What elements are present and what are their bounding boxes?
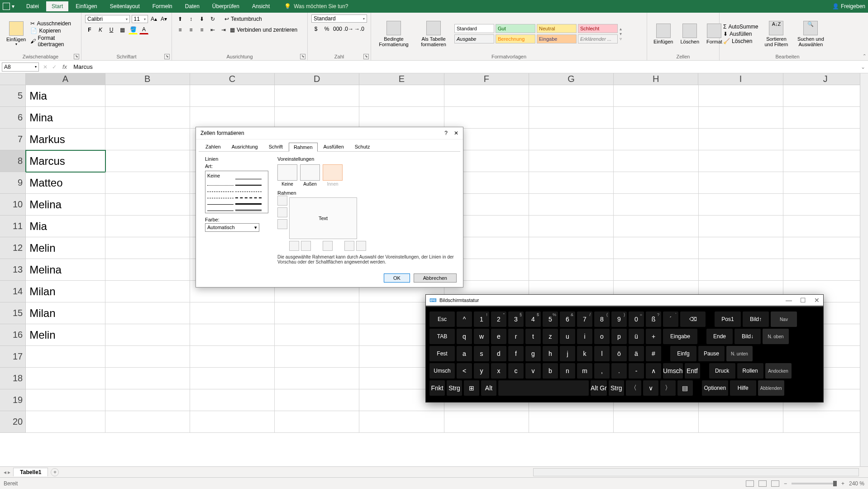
row-header-15[interactable]: 15 [0, 302, 26, 324]
line-style-dashed2[interactable] [207, 192, 234, 198]
key-x[interactable]: x [491, 363, 506, 379]
cell-I10[interactable] [699, 194, 783, 216]
key-5[interactable]: 5% [543, 312, 558, 327]
cell-J20[interactable] [783, 411, 868, 433]
clipboard-launcher[interactable]: ⬊ [74, 54, 79, 59]
cell-B7[interactable] [105, 129, 190, 150]
cell-A19[interactable] [26, 389, 105, 411]
cell-D16[interactable] [275, 324, 359, 346]
key-9[interactable]: 9) [611, 312, 627, 327]
cell-D19[interactable] [275, 389, 359, 411]
line-color-combo[interactable]: Automatisch▾ [205, 223, 259, 232]
row-header-6[interactable]: 6 [0, 107, 26, 129]
key-Nav[interactable]: Nav [771, 312, 797, 327]
accept-formula-icon[interactable]: ✓ [50, 62, 59, 72]
cell-C5[interactable] [190, 85, 275, 107]
line-style-dashdot[interactable] [235, 186, 262, 192]
cell-E5[interactable] [359, 85, 444, 107]
dtab-schrift[interactable]: Schrift [264, 142, 288, 151]
cell-H8[interactable] [614, 150, 698, 172]
key-Strg[interactable]: Strg [609, 380, 624, 396]
dtab-ausfuellen[interactable]: Ausfüllen [319, 142, 349, 151]
line-style-double[interactable] [235, 205, 262, 211]
key-〈[interactable]: 〈 [626, 380, 641, 396]
cell-I6[interactable] [699, 107, 783, 129]
cell-B14[interactable] [105, 281, 190, 302]
cancel-button[interactable]: Abbrechen [414, 273, 457, 283]
key-6[interactable]: 6& [560, 312, 575, 327]
copy-button[interactable]: 📄Kopieren [30, 28, 77, 34]
dtab-zahlen[interactable]: Zahlen [200, 142, 226, 151]
quick-access[interactable]: ▾ [12, 3, 17, 10]
col-header-H[interactable]: H [614, 73, 698, 85]
cell-styles-gallery[interactable]: Standard Gut Neutral Schlecht Ausgabe Be… [454, 24, 618, 43]
key-c[interactable]: c [508, 363, 524, 379]
cell-G20[interactable] [529, 411, 614, 433]
key-⊞[interactable]: ⊞ [464, 380, 479, 396]
key-g[interactable]: g [525, 346, 541, 361]
zoom-slider[interactable] [792, 483, 837, 484]
autosum-button[interactable]: ΣAutoSumme [723, 24, 758, 30]
cell-G10[interactable] [529, 194, 614, 216]
row-header-20[interactable]: 20 [0, 411, 26, 433]
key-i[interactable]: i [577, 329, 592, 344]
cell-J12[interactable] [783, 237, 868, 259]
cell-H12[interactable] [614, 237, 698, 259]
key-N. oben[interactable]: N. oben [763, 329, 789, 344]
style-neutral[interactable]: Neutral [537, 24, 577, 33]
cell-I9[interactable] [699, 172, 783, 194]
key-^[interactable]: ^ [457, 312, 472, 327]
tab-ansicht[interactable]: Ansicht [247, 1, 275, 11]
key-Pause[interactable]: Pause [698, 346, 725, 361]
row-header-14[interactable]: 14 [0, 281, 26, 302]
tab-start[interactable]: Start [46, 1, 68, 11]
row-header-9[interactable]: 9 [0, 172, 26, 194]
style-berechnung[interactable]: Berechnung [496, 34, 535, 43]
key-w[interactable]: w [474, 329, 489, 344]
key-b[interactable]: b [543, 363, 558, 379]
cell-B9[interactable] [105, 172, 190, 194]
key-N. unten[interactable]: N. unten [726, 346, 753, 361]
cell-D18[interactable] [275, 368, 359, 389]
preset-outline[interactable]: Außen [300, 164, 320, 187]
decrease-decimal[interactable]: →.0 [355, 24, 364, 34]
key-m[interactable]: m [577, 363, 592, 379]
key-<[interactable]: < [457, 363, 472, 379]
cell-A13[interactable]: Melina [26, 259, 105, 281]
preset-none[interactable]: Keine [277, 164, 297, 187]
increase-indent[interactable]: ⇥ [219, 25, 228, 34]
cell-C16[interactable] [190, 324, 275, 346]
line-style-thin2[interactable] [207, 205, 234, 211]
cell-C20[interactable] [190, 411, 275, 433]
key-Einfg[interactable]: Einfg [670, 346, 696, 361]
row-header-18[interactable]: 18 [0, 368, 26, 389]
row-header-19[interactable]: 19 [0, 389, 26, 411]
orientation[interactable]: ↻ [208, 14, 217, 24]
alignment-launcher[interactable]: ⬊ [300, 54, 305, 59]
key-#[interactable]: # [646, 346, 661, 361]
cell-J6[interactable] [783, 107, 868, 129]
cell-J10[interactable] [783, 194, 868, 216]
key-space[interactable] [498, 380, 589, 396]
line-style-medium[interactable] [235, 179, 262, 186]
key-Strg[interactable]: Strg [447, 380, 462, 396]
cell-A16[interactable]: Melin [26, 324, 105, 346]
col-header-A[interactable]: A [26, 73, 105, 85]
key-0[interactable]: 0= [629, 312, 644, 327]
cell-I12[interactable] [699, 237, 783, 259]
key-y[interactable]: y [474, 363, 489, 379]
cell-J7[interactable] [783, 129, 868, 150]
col-header-B[interactable]: B [105, 73, 190, 85]
fill-color-button[interactable]: 🪣 [129, 25, 138, 34]
cell-G6[interactable] [529, 107, 614, 129]
increase-decimal[interactable]: .0→ [344, 24, 353, 34]
name-box[interactable]: A8▾ [2, 62, 39, 72]
border-preview[interactable]: Text [289, 197, 357, 239]
cell-B19[interactable] [105, 389, 190, 411]
key-ü[interactable]: ü [629, 329, 644, 344]
line-style-dashed[interactable] [207, 186, 234, 192]
border-bottom-btn[interactable] [277, 219, 287, 229]
key-Eingabe[interactable]: Eingabe [663, 329, 697, 344]
bold-button[interactable]: F [85, 25, 94, 34]
align-right[interactable]: ≡ [197, 25, 206, 34]
